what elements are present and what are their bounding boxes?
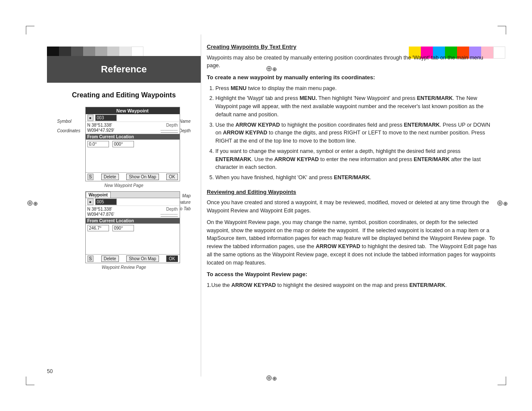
ws1-spacer (86, 149, 180, 172)
corner-mark-tl (26, 26, 34, 34)
ws1-vals: 0.0° 000° (86, 140, 180, 149)
section1-intro: Waypoints may also be created by manuall… (207, 54, 498, 70)
ws1-btn-delete[interactable]: Delete (101, 174, 119, 180)
symbol-label: Symbol (57, 119, 72, 124)
ws1-coord-row: N 38°51.338' Depth W094°47.929' ———— (86, 122, 180, 134)
section2-bold: ARROW KEYPAD (316, 243, 360, 249)
ws1-coord-n: N 38°51.338' (87, 123, 112, 128)
step3-bold1: ARROW KEYPAD (236, 122, 280, 128)
ws2-field-005: 005 (95, 199, 117, 205)
ws2-bottom: S Delete Show On Map OK (86, 254, 180, 263)
corner-mark-tr (498, 26, 506, 34)
corner-mark-bl (26, 377, 34, 385)
step5-bold1: ENTER/MARK (334, 174, 370, 181)
ws2-from-current: From Current Location (86, 218, 180, 224)
step-4: If you want to change the waypoint name,… (215, 147, 498, 171)
ws1-val2: 000° (112, 141, 134, 147)
step2-bold1: MENU. (299, 95, 317, 101)
ws1-from-current: From Current Location (86, 134, 180, 140)
ws2-val2: 090° (112, 225, 134, 231)
section2-para2: On the Waypoint Review page, you may cha… (207, 218, 498, 267)
section2-para1: Once you have created and stored a waypo… (207, 199, 498, 215)
step4-bold2: ARROW KEYPAD (274, 156, 319, 162)
ws2-spacer (86, 233, 180, 254)
ws2-tab-spacer (111, 192, 119, 198)
section1-steps: Press MENU twice to display the main men… (215, 84, 498, 182)
section2-step1: 1.Use the ARROW KEYPAD to highlight the … (207, 281, 498, 290)
ws2-vals: 246.7° 090° (86, 224, 180, 233)
ws1-title: New Waypoint (86, 107, 180, 114)
section1-heading: Creating Waypoints By Text Entry (207, 43, 498, 51)
section2-step1-bold1: ARROW KEYPAD (231, 282, 276, 288)
ws1-coord-w: W094°47.929' (87, 128, 115, 133)
ws2-val1: 246.7° (87, 225, 109, 231)
step1-bold1: MENU (230, 85, 246, 91)
screen2-caption: Waypoint Review Page (47, 265, 201, 270)
crosshair-left: ⊕ (27, 198, 35, 207)
ws2-coord-row: N 38°51.338' Depth W094°47.876' ———— (86, 206, 180, 218)
ws1-btn-show[interactable]: Show On Map (126, 174, 159, 180)
ws2-btn-show[interactable]: Show On Map (126, 255, 159, 262)
right-panel: Creating Waypoints By Text Entry Waypoin… (207, 37, 498, 377)
section2-heading: Reviewing and Editing Waypoints (207, 188, 498, 196)
step-3: Use the ARROW KEYPAD to highlight the po… (215, 121, 498, 145)
ws2-depth-value: ———— (161, 212, 178, 217)
waypoint-screen-2: Waypoint ● 005 N 38°51.338' Depth W094°4… (85, 191, 180, 263)
ws2-s-icon: S (87, 255, 94, 262)
screen1-caption: New Waypoint Page (47, 183, 201, 188)
section1-sub: To create a new waypoint by manually ent… (207, 73, 498, 82)
depth-side-label: Depth (179, 128, 191, 133)
ws1-btn-ok[interactable]: OK (166, 174, 177, 180)
step-2: Highlight the 'Waypt' tab and press MENU… (215, 94, 498, 118)
ws1-symbol: ● (87, 115, 93, 121)
step2-bold2: ENTER/MARK (417, 95, 453, 101)
section-title: Creating and Editing Waypoints (47, 91, 201, 99)
step3-bold2: ENTER/MARK (404, 122, 440, 128)
ws1-bottom: S Delete Show On Map OK (86, 172, 180, 181)
step4-bold3: ENTER/MARK (414, 156, 449, 162)
step-1: Press MENU twice to display the main men… (215, 84, 498, 93)
name-label: Name (179, 119, 191, 124)
section2-step1-bold2: ENTER/MARK (409, 282, 445, 288)
ws2-depth-label: Depth (166, 207, 178, 212)
ws2-coord-n: N 38°51.338' (87, 207, 112, 212)
reference-title: Reference (51, 64, 196, 75)
reference-box: Reference (47, 56, 201, 83)
section2-sub: To access the Waypoint Review page: (207, 270, 498, 279)
ws1-depth-value: ———— (161, 128, 178, 133)
panel-divider (201, 34, 201, 377)
screen2-container: Map Feature Info Tab Waypoint ● 005 N 38… (57, 191, 191, 263)
ws2-tab-waypoint[interactable]: Waypoint (86, 192, 111, 198)
screen1-container: Symbol Coordinates Name Depth New Waypoi… (57, 107, 191, 181)
ws1-depth-label: Depth (166, 123, 178, 128)
ws1-val1: 0.0° (87, 141, 109, 147)
step3-bold3: ARROW KEYPAD (223, 130, 267, 136)
ws2-symbol: ● (87, 199, 93, 205)
ws1-field-003: 003 (95, 115, 117, 121)
step-5: When you have finished, highlight 'OK' a… (215, 174, 498, 182)
left-panel: Reference Creating and Editing Waypoints… (47, 34, 201, 377)
ws1-s-icon: S (87, 174, 94, 180)
corner-mark-br (498, 377, 506, 385)
waypoint-screen-1: New Waypoint ● 003 N 38°51.338' Depth W0… (85, 107, 180, 181)
ws1-symbol-row: ● 003 (86, 114, 180, 122)
crosshair-right: ⊕ (497, 198, 505, 207)
step4-bold1: ENTER/MARK (215, 156, 251, 162)
map-label: Map (182, 193, 190, 198)
ws2-btn-delete[interactable]: Delete (101, 255, 119, 262)
ws2-btn-ok[interactable]: OK (166, 255, 177, 262)
ws2-symbol-row: ● 005 (86, 198, 180, 206)
coordinates-label: Coordinates (57, 128, 81, 133)
ws2-coord-w: W094°47.876' (87, 212, 115, 217)
ws2-tab-row: Waypoint (86, 192, 180, 198)
